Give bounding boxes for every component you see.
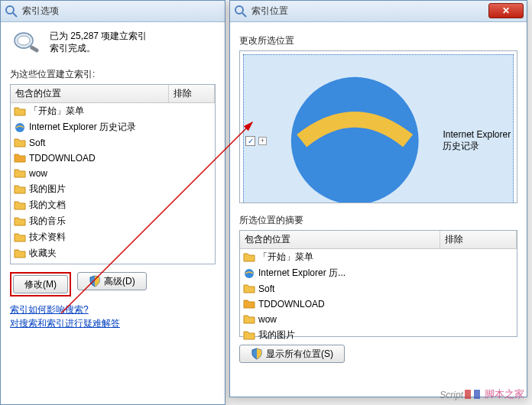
list-item[interactable]: 用户AppData bbox=[11, 261, 215, 264]
status-done: 索引完成。 bbox=[50, 42, 147, 54]
locations-list: 包含的位置 排除 「开始」菜单Internet Explorer 历史记录Sof… bbox=[10, 84, 216, 264]
list-item[interactable]: Soft bbox=[11, 135, 215, 151]
checkbox[interactable]: ✓ bbox=[245, 136, 255, 146]
status-row: 已为 25,287 项建立索引 索引完成。 bbox=[10, 30, 216, 54]
tree-row[interactable]: ✓+Internet Explorer 历史记录 bbox=[243, 54, 514, 203]
title-text: 索引位置 bbox=[251, 5, 522, 18]
shield-icon bbox=[251, 348, 263, 360]
svg-rect-18 bbox=[474, 390, 480, 399]
build-label: 为这些位置建立索引: bbox=[10, 68, 216, 81]
magnifier-icon bbox=[10, 30, 42, 54]
svg-line-8 bbox=[242, 13, 246, 17]
modify-button[interactable]: 修改(M) bbox=[13, 275, 68, 293]
col-included[interactable]: 包含的位置 bbox=[11, 85, 169, 102]
index-options-window: 索引选项 已为 25,287 项建立索引 索引完成。 为这些位置建立索引: 包含… bbox=[0, 0, 225, 405]
index-locations-window: 索引位置 ✕ 更改所选位置 ✓+Internet Explorer 历史记录+本… bbox=[229, 0, 527, 397]
search-icon bbox=[235, 5, 247, 18]
svg-rect-4 bbox=[30, 45, 40, 53]
list-item[interactable]: 「开始」菜单 bbox=[11, 103, 215, 119]
close-button[interactable]: ✕ bbox=[488, 3, 524, 18]
watermark: 脚本之家 bbox=[463, 385, 524, 403]
summary-label: 所选位置的摘要 bbox=[239, 214, 517, 227]
list-item[interactable]: 我的文档 bbox=[11, 197, 215, 213]
link-how-affects[interactable]: 索引如何影响搜索? bbox=[10, 303, 216, 316]
highlight-modify: 修改(M) bbox=[10, 272, 71, 296]
titlebar-right[interactable]: 索引位置 ✕ bbox=[230, 1, 527, 22]
list-item[interactable]: TDDOWNLOAD bbox=[240, 296, 517, 312]
list-item[interactable]: 我的图片 bbox=[11, 181, 215, 197]
svg-line-1 bbox=[13, 13, 17, 17]
list-item[interactable]: 我的音乐 bbox=[11, 213, 215, 229]
list-item[interactable]: TDDOWNLOAD bbox=[11, 151, 215, 166]
shield-icon bbox=[89, 275, 101, 287]
svg-point-0 bbox=[6, 6, 14, 14]
col-excluded[interactable]: 排除 bbox=[169, 85, 215, 102]
list-item[interactable]: wow bbox=[11, 166, 215, 181]
list-item[interactable]: wow bbox=[240, 312, 517, 327]
list-item[interactable]: 「开始」菜单 bbox=[240, 249, 517, 265]
link-troubleshoot[interactable]: 对搜索和索引进行疑难解答 bbox=[10, 316, 216, 330]
search-icon bbox=[5, 5, 18, 18]
col-excluded[interactable]: 排除 bbox=[440, 231, 517, 248]
summary-list: 包含的位置 排除 「开始」菜单Internet Explorer 历...Sof… bbox=[239, 230, 517, 337]
svg-point-3 bbox=[18, 36, 30, 45]
expander[interactable]: + bbox=[258, 137, 267, 145]
show-all-button[interactable]: 显示所有位置(S) bbox=[239, 345, 345, 363]
list-item[interactable]: Internet Explorer 历史记录 bbox=[11, 119, 215, 135]
titlebar-left[interactable]: 索引选项 bbox=[1, 1, 225, 22]
list-item[interactable]: Internet Explorer 历... bbox=[240, 265, 517, 281]
watermark-script: Script bbox=[440, 390, 463, 400]
svg-rect-17 bbox=[465, 390, 471, 399]
list-item[interactable]: Soft bbox=[240, 281, 517, 296]
svg-point-7 bbox=[235, 6, 243, 14]
title-text: 索引选项 bbox=[22, 5, 220, 18]
logo-icon bbox=[463, 385, 482, 403]
list-item[interactable]: 技术资料 bbox=[11, 229, 215, 245]
location-tree[interactable]: ✓+Internet Explorer 历史记录+本地磁盘 (C:)+本地磁盘 … bbox=[239, 50, 517, 203]
change-label: 更改所选位置 bbox=[239, 34, 517, 47]
col-included[interactable]: 包含的位置 bbox=[240, 231, 440, 248]
status-count: 已为 25,287 项建立索引 bbox=[50, 30, 147, 42]
list-item[interactable]: 收藏夹 bbox=[11, 245, 215, 261]
advanced-button[interactable]: 高级(D) bbox=[77, 272, 147, 290]
list-item[interactable]: 我的图片 bbox=[240, 327, 517, 343]
